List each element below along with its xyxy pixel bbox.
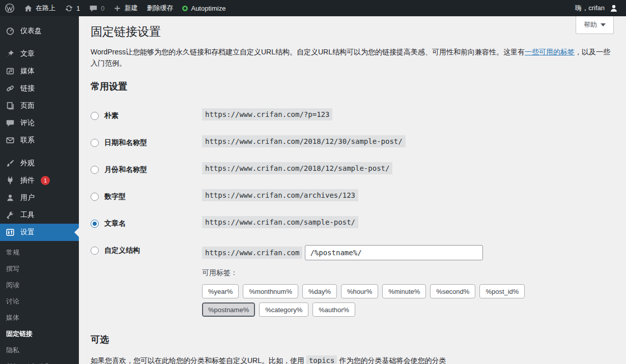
comment-count: 0 [101,5,104,12]
radio-post-name[interactable] [91,220,99,228]
sidebar-item-users[interactable]: 用户 [0,189,79,206]
sidebar-item-dashboard[interactable]: 仪表盘 [0,22,79,40]
option-month-name[interactable]: 月份和名称型 [91,164,202,174]
sidebar-item-comments[interactable]: 评论 [0,114,79,132]
sidebar-item-label: 页面 [20,101,35,110]
intro-text-before: WordPress让您能够为您的永久链接和存档建立自定义URL结构。自定义URL… [91,48,525,56]
option-post-name[interactable]: 文章名 [91,218,202,228]
permalink-option-row: 自定义结构 https://www.crifan.com 可用标签： %year… [91,245,616,317]
sidebar-item-plugins[interactable]: 插件 1 [0,172,79,189]
submenu-item-discussion[interactable]: 讨论 [0,293,79,310]
chain-link-icon [5,84,15,93]
plugins-update-badge: 1 [41,176,50,185]
tag-button-postname[interactable]: %postname% [202,302,255,317]
clear-cache-label: 删除缓存 [147,4,173,13]
optional-text-1: 如果您喜欢，您可以在此给您的分类和标签自定义URL。比如，使用 [91,356,304,364]
plus-icon [113,5,121,12]
option-numeric[interactable]: 数字型 [91,191,202,201]
submenu-item-general[interactable]: 常规 [0,245,79,261]
option-plain[interactable]: 朴素 [91,110,202,120]
submenu-item-akismet[interactable]: Akismet Anti-Spam [0,358,79,364]
pages-icon [5,101,15,110]
custom-structure-input[interactable] [305,245,483,260]
sidebar-item-settings[interactable]: 设置 [0,224,79,241]
sidebar-item-label: 链接 [20,84,35,93]
option-custom-structure[interactable]: 自定义结构 [91,245,202,255]
help-label: 帮助 [584,20,597,29]
wordpress-logo-menu[interactable] [0,0,19,16]
tag-button-post-id[interactable]: %post_id% [479,284,525,298]
submenu-item-permalinks[interactable]: 固定链接 [0,326,79,342]
option-label: 文章名 [104,219,126,228]
new-content-label: 新建 [124,4,137,13]
settings-sliders-icon [5,228,15,237]
updates-link[interactable]: 1 [60,0,84,16]
wordpress-logo-icon [5,3,15,13]
chevron-down-icon [601,23,606,26]
comments-link[interactable]: 0 [84,0,109,16]
url-example: https://www.crifan.com/?p=123 [202,108,332,120]
tag-button-hour[interactable]: %hour% [341,284,378,298]
radio-day-name[interactable] [91,139,99,147]
sidebar-item-appearance[interactable]: 外观 [0,155,79,172]
clear-cache-button[interactable]: 删除缓存 [142,0,178,16]
sidebar-item-label: 外观 [20,159,35,168]
sidebar-item-tools[interactable]: 工具 [0,206,79,224]
update-count: 1 [76,5,80,12]
my-account-menu[interactable]: 嗨，crifan [568,0,626,16]
tag-buttons: %year% %monthnum% %day% %hour% %minute% … [202,284,571,317]
submenu-item-media[interactable]: 媒体 [0,310,79,326]
autoptimize-label: Autoptimize [191,5,225,12]
available-tags-link[interactable]: 一些可用的标签 [525,48,575,56]
media-icon [5,67,15,76]
url-example: https://www.crifan.com/2018/12/30/sample… [202,135,406,147]
available-tags-label: 可用标签： [202,268,571,278]
sidebar-item-label: 用户 [20,193,35,202]
tag-button-year[interactable]: %year% [202,284,239,298]
option-day-name[interactable]: 日期和名称型 [91,137,202,147]
option-label: 自定义结构 [104,246,140,255]
tag-button-monthnum[interactable]: %monthnum% [243,284,298,298]
menu-separator [0,40,79,45]
url-prefix: https://www.crifan.com [202,247,302,259]
tag-button-day[interactable]: %day% [302,284,337,298]
sidebar-item-links[interactable]: 链接 [0,80,79,97]
tag-button-second[interactable]: %second% [430,284,475,298]
sidebar-item-posts[interactable]: 文章 [0,45,79,63]
sidebar-item-label: 插件 [20,176,35,185]
help-button[interactable]: 帮助 [576,16,614,34]
avatar-icon [609,3,619,13]
sidebar-item-contact[interactable]: 联系 [0,132,79,149]
plug-icon [5,176,15,185]
tag-button-author[interactable]: %author% [312,302,355,317]
tag-button-minute[interactable]: %minute% [382,284,426,298]
option-example: https://www.crifan.com/archives/123 [202,191,358,199]
intro-paragraph: WordPress让您能够为您的永久链接和存档建立自定义URL结构。自定义URL… [91,47,616,69]
visit-site-link[interactable]: 在路上 [19,0,60,16]
radio-plain[interactable] [91,112,99,120]
radio-month-name[interactable] [91,166,99,174]
new-content-menu[interactable]: 新建 [109,0,142,16]
sidebar-item-media[interactable]: 媒体 [0,63,79,80]
option-label: 日期和名称型 [104,138,147,147]
radio-numeric[interactable] [91,193,99,201]
user-icon [5,193,15,202]
submenu-item-writing[interactable]: 撰写 [0,261,79,277]
pushpin-icon [5,49,15,58]
radio-custom-structure[interactable] [91,247,99,255]
sidebar-item-pages[interactable]: 页面 [0,97,79,114]
permalink-option-row: 日期和名称型 https://www.crifan.com/2018/12/30… [91,137,616,147]
url-example: https://www.crifan.com/archives/123 [202,189,358,201]
submenu-item-reading[interactable]: 阅读 [0,277,79,293]
option-example: https://www.crifan.com/2018/12/30/sample… [202,137,406,145]
greeting-text: 嗨，crifan [575,4,605,13]
autoptimize-menu[interactable]: Autoptimize [178,0,230,16]
permalink-option-row: 数字型 https://www.crifan.com/archives/123 [91,191,616,201]
optional-paragraph: 如果您喜欢，您可以在此给您的分类和标签自定义URL。比如，使用 topics 作… [91,354,449,364]
tag-button-category[interactable]: %category% [259,302,308,317]
main-content: 帮助 固定链接设置 WordPress让您能够为您的永久链接和存档建立自定义UR… [79,16,626,364]
sidebar-item-label: 媒体 [20,67,35,76]
wrench-icon [5,210,15,220]
paintbrush-icon [5,159,15,168]
submenu-item-privacy[interactable]: 隐私 [0,342,79,358]
